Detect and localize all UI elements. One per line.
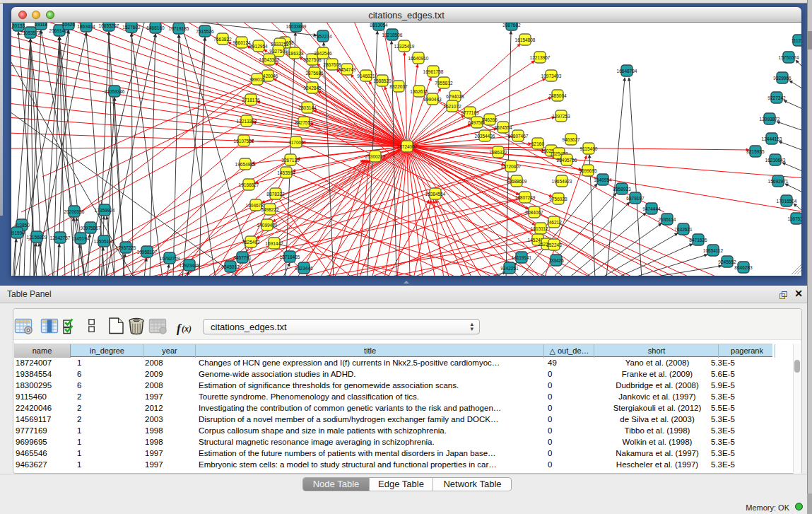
- svg-text:12156829: 12156829: [27, 235, 47, 240]
- svg-text:9323446: 9323446: [295, 266, 313, 271]
- svg-text:2803144: 2803144: [298, 105, 317, 110]
- svg-text:16640910: 16640910: [408, 56, 429, 61]
- svg-text:9699695: 9699695: [579, 168, 597, 173]
- svg-text:8046283: 8046283: [734, 265, 753, 270]
- svg-text:8471626: 8471626: [689, 238, 707, 243]
- svg-text:14119141: 14119141: [512, 255, 532, 260]
- svg-text:9146821: 9146821: [357, 74, 375, 78]
- svg-text:9457791: 9457791: [233, 255, 252, 260]
- svg-text:1145194: 1145194: [72, 236, 90, 241]
- svg-text:15720407: 15720407: [501, 164, 522, 169]
- svg-text:23495756: 23495756: [557, 158, 577, 163]
- svg-text:16154808: 16154808: [515, 37, 536, 42]
- svg-text:16210643: 16210643: [765, 158, 786, 163]
- svg-text:7485004: 7485004: [548, 93, 567, 98]
- svg-text:7955812: 7955812: [435, 81, 453, 86]
- svg-text:8912954: 8912954: [249, 44, 268, 49]
- svg-text:7986322: 7986322: [489, 150, 507, 155]
- svg-text:16543362: 16543362: [259, 57, 280, 62]
- svg-text:16107552: 16107552: [234, 139, 254, 144]
- svg-text:7632621: 7632621: [674, 227, 693, 232]
- svg-text:17359924: 17359924: [95, 208, 115, 213]
- svg-text:9660124: 9660124: [233, 40, 251, 45]
- svg-text:9242251: 9242251: [500, 266, 519, 271]
- svg-text:7357274: 7357274: [314, 34, 332, 39]
- svg-text:1621072: 1621072: [443, 104, 461, 109]
- svg-text:8990443: 8990443: [423, 97, 442, 102]
- svg-text:9756928: 9756928: [549, 197, 567, 201]
- svg-text:8215955: 8215955: [746, 149, 765, 154]
- svg-text:9242845: 9242845: [303, 86, 322, 90]
- svg-text:12942757: 12942757: [50, 235, 71, 240]
- svg-text:17957225: 17957225: [116, 245, 136, 250]
- svg-text:(x): (x): [182, 324, 192, 334]
- svg-text:19384554: 19384554: [425, 192, 446, 197]
- svg-text:9245652: 9245652: [718, 259, 736, 264]
- svg-text:9327509: 9327509: [269, 49, 288, 54]
- svg-text:746212: 746212: [546, 220, 562, 225]
- svg-text:9777169: 9777169: [461, 110, 479, 115]
- svg-text:12444153: 12444153: [762, 136, 782, 141]
- svg-text:9474444: 9474444: [642, 206, 661, 211]
- svg-text:1297253: 1297253: [552, 114, 570, 119]
- svg-text:2867608: 2867608: [323, 62, 341, 67]
- svg-text:317006: 317006: [288, 140, 304, 145]
- svg-text:7515526: 7515526: [196, 29, 214, 34]
- svg-text:10807467: 10807467: [508, 134, 529, 139]
- svg-text:19654923: 19654923: [552, 179, 572, 184]
- svg-text:391594: 391594: [11, 230, 25, 235]
- svg-text:9329966: 9329966: [773, 76, 792, 81]
- svg-text:20354436: 20354436: [475, 134, 495, 139]
- svg-text:16961758: 16961758: [423, 69, 444, 74]
- svg-text:6879197: 6879197: [626, 196, 645, 201]
- svg-text:8958923: 8958923: [613, 187, 631, 192]
- svg-text:16648784: 16648784: [617, 69, 637, 74]
- svg-text:12213382: 12213382: [237, 119, 257, 124]
- svg-text:252243: 252243: [546, 243, 562, 247]
- svg-text:8427552: 8427552: [295, 120, 313, 125]
- svg-text:10973493: 10973493: [541, 74, 562, 78]
- svg-text:25300213: 25300213: [365, 154, 386, 159]
- svg-text:8186328: 8186328: [286, 51, 304, 56]
- svg-text:14099489: 14099489: [257, 223, 278, 228]
- svg-text:10958107: 10958107: [137, 250, 158, 255]
- svg-text:8813054: 8813054: [370, 23, 388, 28]
- svg-text:19166827: 19166827: [239, 182, 259, 187]
- svg-text:10688609: 10688609: [507, 179, 527, 184]
- svg-text:989015: 989015: [249, 77, 265, 82]
- svg-text:19654985: 19654985: [235, 162, 256, 167]
- svg-text:16151127: 16151127: [531, 226, 551, 231]
- svg-text:9463627: 9463627: [562, 137, 580, 142]
- svg-text:21053572: 21053572: [20, 30, 41, 35]
- svg-text:9227342: 9227342: [767, 95, 786, 100]
- svg-text:18724007: 18724007: [397, 144, 418, 149]
- svg-text:21053346: 21053346: [105, 89, 125, 94]
- svg-text:16033809: 16033809: [286, 24, 307, 29]
- svg-text:18807249: 18807249: [515, 195, 536, 200]
- svg-text:20133: 20133: [12, 23, 25, 28]
- svg-text:2087682: 2087682: [502, 23, 521, 28]
- svg-text:1863404: 1863404: [77, 24, 95, 29]
- svg-text:7663822: 7663822: [213, 37, 232, 42]
- svg-text:10719185: 10719185: [169, 26, 189, 31]
- svg-text:10426: 10426: [62, 23, 75, 27]
- svg-text:62160: 62160: [531, 141, 544, 146]
- svg-text:1362615: 1362615: [410, 89, 428, 94]
- svg-text:2342546: 2342546: [314, 51, 332, 56]
- svg-text:3875685: 3875685: [305, 71, 324, 76]
- svg-text:19218506: 19218506: [382, 33, 403, 37]
- svg-text:7625402: 7625402: [242, 240, 260, 245]
- svg-text:9245012: 9245012: [221, 264, 240, 269]
- svg-text:3267130: 3267130: [281, 158, 300, 163]
- svg-text:1588520: 1588520: [373, 78, 392, 83]
- svg-text:6466160: 6466160: [146, 25, 165, 30]
- svg-text:90975867: 90975867: [81, 226, 101, 230]
- svg-text:8454749: 8454749: [338, 67, 356, 72]
- svg-text:8878322: 8878322: [266, 192, 285, 197]
- svg-text:10653267: 10653267: [99, 23, 119, 28]
- svg-text:1453594: 1453594: [277, 170, 295, 175]
- svg-text:15692971: 15692971: [768, 179, 789, 184]
- svg-text:6794028: 6794028: [446, 94, 464, 99]
- svg-text:733426: 733426: [548, 258, 564, 263]
- svg-text:12325419: 12325419: [394, 44, 415, 49]
